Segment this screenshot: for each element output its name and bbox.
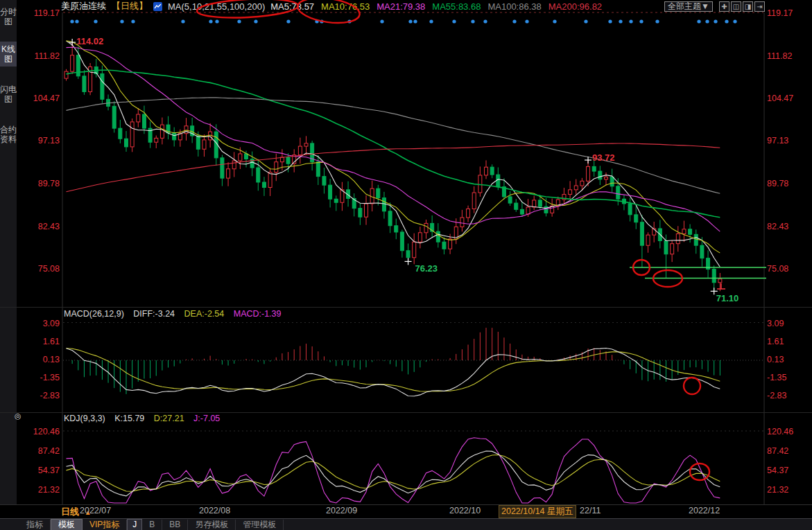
price-axis-label: 97.13: [767, 136, 807, 145]
kdj-axis-label: 87.42: [767, 446, 807, 456]
macd-axis-label: 0.13: [767, 355, 807, 364]
zoom-frame-icon[interactable]: ◫: [731, 1, 741, 12]
macd-axis-label: -1.35: [767, 373, 807, 382]
x-axis-date-label: 2022/07: [80, 506, 111, 515]
toolbar-item-3[interactable]: J: [127, 519, 142, 530]
pan-icon[interactable]: ✚: [719, 1, 729, 12]
chart-header: 美原油连续 【日线】 MA(5,10,21,55,100,200) MA5:73…: [61, 0, 602, 12]
ma-value-label: MA100:86.38: [487, 1, 541, 12]
kdj-axis-label: 21.32: [767, 485, 807, 495]
price-axis-label: 111.82: [767, 51, 807, 61]
macd-axis-label: 1.61: [19, 337, 60, 346]
bottom-toolbar: 指标模板VIP指标JBBB另存模板管理模板: [0, 518, 812, 530]
trading-terminal: 分时图K线图闪电图合约资料 美原油连续 【日线】 MA(5,10,21,55,1…: [0, 0, 812, 530]
macd-dea-value: DEA:-2.54: [184, 309, 225, 319]
theme-dropdown[interactable]: 全部主题▼: [664, 1, 713, 12]
toolbar-item-4[interactable]: B: [142, 520, 162, 530]
kdj-title: KDJ(9,3,3): [64, 414, 105, 423]
macd-axis-label: 1.61: [767, 337, 807, 346]
macd-axis-label: 0.13: [19, 355, 60, 364]
sidebar: 分时图K线图闪电图合约资料: [0, 0, 17, 504]
kdj-header: KDJ(9,3,3) K:15.79 D:27.21 J:-7.05: [64, 414, 227, 424]
x-axis-date-label: 2022/12: [689, 506, 720, 515]
period-label: 【日线】: [112, 0, 148, 12]
kdj-d-value: D:27.21: [154, 414, 184, 423]
price-axis-label: 82.43: [767, 222, 807, 231]
x-axis-date-label: 2022/08: [199, 506, 230, 515]
kdj-axis-label: 54.37: [19, 466, 60, 475]
sidebar-tab-0[interactable]: 分时图: [0, 4, 17, 29]
x-axis-date-label: 22/11: [580, 506, 601, 515]
macd-axis-label: 3.09: [19, 319, 60, 328]
kdj-axis-label: 120.46: [767, 427, 807, 436]
macd-header: MACD(26,12,9) DIFF:-3.24 DEA:-2.54 MACD:…: [64, 309, 288, 319]
kdj-panel-icon[interactable]: ◎: [15, 412, 21, 421]
symbol-title: 美原油连续: [61, 0, 106, 12]
ma-value-label: MA5:73.57: [270, 1, 314, 12]
price-axis-label: 104.47: [19, 94, 60, 103]
kdj-axis-label: 21.32: [19, 485, 60, 495]
price-axis-label: 97.13: [19, 136, 60, 145]
macd-axis-label: -2.83: [767, 391, 807, 400]
ma-value-label: MA55:83.68: [432, 1, 481, 12]
crosshair-date-readout: 2022/10/14 星期五: [499, 505, 576, 518]
toolbar-item-7[interactable]: 管理模板: [236, 520, 284, 530]
x-axis-date-label: 2022/09: [326, 506, 357, 515]
price-axis-label: 119.17: [767, 8, 807, 18]
kdj-axis-label: 87.42: [19, 446, 60, 456]
price-axis-label: 89.78: [19, 179, 60, 188]
sidebar-tab-3[interactable]: 合约资料: [0, 122, 17, 147]
header-controls: 全部主题▼ ✚◫◨⇥: [664, 1, 765, 12]
date-axis-row: 日线 ▲ 2022/072022/082022/092022/102022/10…: [0, 504, 812, 518]
period-text: 日线: [61, 506, 79, 517]
ma-value-label: MA21:79.38: [377, 1, 425, 12]
ma-value-label: MA10:76.53: [321, 1, 370, 12]
kline-chart-icon: [153, 2, 162, 11]
pop-out-icon[interactable]: ⇥: [754, 1, 765, 12]
macd-axis-label: -2.83: [19, 391, 60, 400]
kdj-plot-area[interactable]: [62, 412, 764, 504]
kdj-axis-label: 120.46: [19, 427, 60, 436]
toolbar-item-6[interactable]: 另存模板: [188, 520, 236, 530]
price-axis-label: 111.82: [19, 51, 60, 61]
kline-plot-area[interactable]: [62, 12, 764, 307]
price-axis-label: 75.08: [767, 264, 807, 274]
macd-axis-label: 3.09: [767, 319, 807, 328]
price-axis-label: 104.47: [767, 94, 807, 103]
price-axis-label: 82.43: [19, 222, 60, 231]
x-axis-date-label: 2022/10: [449, 506, 481, 515]
toolbar-item-1[interactable]: 模板: [51, 519, 83, 530]
toolbar-item-0[interactable]: 指标: [19, 520, 51, 530]
kdj-axis-label: 54.37: [767, 466, 807, 475]
kdj-k-value: K:15.79: [114, 414, 144, 423]
macd-diff-value: DIFF:-3.24: [133, 309, 175, 319]
macd-macd-value: MACD:-1.39: [234, 309, 282, 319]
price-axis-label: 119.17: [19, 8, 60, 18]
toolbar-item-2[interactable]: VIP指标: [83, 520, 127, 530]
price-axis-label: 75.08: [19, 264, 60, 274]
toolbar-item-5[interactable]: BB: [162, 520, 188, 530]
macd-axis-label: -1.35: [19, 373, 60, 382]
macd-title: MACD(26,12,9): [64, 309, 124, 319]
zoom-right-icon[interactable]: ◨: [743, 1, 753, 12]
macd-plot-area[interactable]: [62, 307, 764, 412]
ma-value-label: MA200:96.82: [548, 1, 602, 12]
sidebar-tab-1[interactable]: K线图: [0, 42, 17, 67]
ma-settings-label: MA(5,10,21,55,100,200): [168, 1, 265, 12]
price-axis-label: 89.78: [767, 179, 807, 188]
kdj-j-value: J:-7.05: [193, 414, 220, 423]
ma-values: MA5:73.57MA10:76.53MA21:79.38MA55:83.68M…: [270, 1, 602, 12]
sidebar-tab-2[interactable]: 闪电图: [0, 82, 17, 107]
